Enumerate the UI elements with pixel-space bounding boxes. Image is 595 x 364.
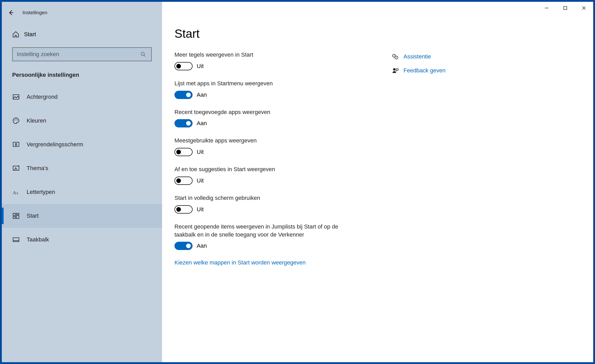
aside-link-feedback[interactable]: Feedback geven <box>392 67 446 74</box>
sidebar-item-label: Kleuren <box>27 117 46 124</box>
svg-point-8 <box>14 120 15 120</box>
toggle-state-label: Uit <box>197 149 204 155</box>
sidebar-item-label: Lettertypen <box>27 189 55 195</box>
search-box[interactable] <box>12 47 152 61</box>
home-label: Start <box>24 31 36 38</box>
svg-point-26 <box>393 68 395 71</box>
svg-rect-20 <box>13 238 19 242</box>
setting-label: Lijst met apps in Startmenu weergeven <box>174 80 361 88</box>
minimize-button[interactable] <box>537 2 556 14</box>
svg-text:?: ? <box>396 56 397 59</box>
setting-label: Meestgebruikte apps weergeven <box>174 137 361 145</box>
sidebar-item-label: Start <box>27 213 39 219</box>
toggle-state-label: Uit <box>197 177 204 184</box>
svg-point-5 <box>141 52 144 56</box>
setting-meer-tegels: Meer tegels weergeven in StartUit <box>174 51 361 70</box>
svg-point-10 <box>17 120 18 120</box>
home-icon <box>12 31 24 38</box>
settings-window: Instellingen Start Persoonlijke instelli… <box>0 0 595 364</box>
setting-label: Recent toegevoegde apps weergeven <box>174 108 361 116</box>
svg-rect-17 <box>16 213 19 215</box>
setting-recent-geopend: Recent geopende items weergeven in Jumpl… <box>174 223 361 250</box>
search-icon <box>139 51 147 57</box>
setting-label: Meer tegels weergeven in Start <box>174 51 361 59</box>
toggle-meer-tegels[interactable] <box>174 62 193 70</box>
toggle-suggesties[interactable] <box>174 177 193 185</box>
setting-volledig-scherm: Start in volledig scherm gebruikenUit <box>174 194 361 214</box>
page-title: Start <box>174 27 581 41</box>
svg-rect-1 <box>564 6 567 10</box>
sidebar-item-vergrendelingsscherm[interactable]: Vergrendelingsscherm <box>2 133 162 156</box>
setting-suggesties: Af en toe suggesties in Start weergevenU… <box>174 165 361 185</box>
toggle-state-label: Aan <box>197 120 207 127</box>
font-icon: AA <box>12 188 27 196</box>
toggle-meestgebruikt[interactable] <box>174 148 193 156</box>
svg-text:?: ? <box>393 55 395 57</box>
sidebar-item-label: Taakbalk <box>27 236 49 243</box>
sidebar: Instellingen Start Persoonlijke instelli… <box>2 2 162 362</box>
toggle-state-label: Uit <box>197 63 204 70</box>
toggle-state-label: Aan <box>197 92 207 98</box>
sidebar-item-label: Thema's <box>27 165 48 172</box>
aside-links: ?? Assistentie Feedback geven <box>392 51 446 266</box>
brush-icon <box>12 164 27 172</box>
svg-line-6 <box>144 55 146 57</box>
sidebar-item-kleuren[interactable]: Kleuren <box>2 109 162 133</box>
sidebar-item-start[interactable]: Start <box>2 204 162 228</box>
sidebar-item-taakbalk[interactable]: Taakbalk <box>2 228 162 252</box>
setting-label: Start in volledig scherm gebruiken <box>174 194 361 202</box>
sidebar-nav: Achtergrond Kleuren Vergrendelingsscherm <box>2 85 162 252</box>
sidebar-item-achtergrond[interactable]: Achtergrond <box>2 85 162 109</box>
toggle-state-label: Aan <box>197 242 207 249</box>
close-button[interactable] <box>575 2 593 14</box>
sidebar-section-heading: Persoonlijke instellingen <box>2 69 162 85</box>
toggle-volledig-scherm[interactable] <box>174 205 193 214</box>
aside-link-label: Feedback geven <box>403 67 446 74</box>
toggle-state-label: Uit <box>197 206 204 213</box>
svg-rect-12 <box>16 144 17 146</box>
image-icon <box>12 93 27 101</box>
main-panel: Start Meer tegels weergeven in StartUitL… <box>162 2 593 362</box>
toggle-recent-toegevoegd[interactable] <box>174 119 193 127</box>
toggle-lijst-apps[interactable] <box>174 91 193 99</box>
setting-meestgebruikt: Meestgebruikte apps weergevenUit <box>174 137 361 156</box>
sidebar-item-themas[interactable]: Thema's <box>2 156 162 180</box>
sidebar-item-label: Vergrendelingsscherm <box>27 141 83 148</box>
maximize-button[interactable] <box>556 2 575 14</box>
svg-point-9 <box>16 119 16 119</box>
setting-lijst-apps: Lijst met apps in Startmenu weergevenAan <box>174 80 361 99</box>
palette-icon <box>12 117 27 125</box>
lock-screen-icon <box>12 141 27 148</box>
aside-link-label: Assistentie <box>403 53 431 60</box>
help-icon: ?? <box>392 53 403 60</box>
settings-list: Meer tegels weergeven in StartUitLijst m… <box>174 51 361 266</box>
taskbar-icon <box>12 236 27 244</box>
setting-recent-toegevoegd: Recent toegevoegde apps weergevenAan <box>174 108 361 128</box>
svg-text:A: A <box>16 191 18 195</box>
svg-rect-16 <box>13 213 16 216</box>
start-tiles-icon <box>12 212 27 220</box>
setting-label: Recent geopende items weergeven in Jumpl… <box>174 223 361 239</box>
window-controls <box>537 2 593 14</box>
setting-label: Af en toe suggesties in Start weergeven <box>174 165 361 173</box>
svg-rect-18 <box>13 217 16 219</box>
window-title: Instellingen <box>20 10 47 16</box>
svg-text:A: A <box>13 190 16 195</box>
toggle-recent-geopend[interactable] <box>174 242 193 250</box>
feedback-icon <box>392 67 403 74</box>
aside-link-assistentie[interactable]: ?? Assistentie <box>392 53 446 60</box>
sidebar-item-label: Achtergrond <box>27 94 58 100</box>
back-button[interactable] <box>2 9 20 16</box>
choose-folders-link[interactable]: Kiezen welke mappen in Start worden weer… <box>174 259 306 266</box>
svg-rect-19 <box>16 216 19 218</box>
sidebar-item-lettertypen[interactable]: AA Lettertypen <box>2 180 162 204</box>
search-input[interactable] <box>17 51 139 58</box>
home-button[interactable]: Start <box>2 26 162 43</box>
